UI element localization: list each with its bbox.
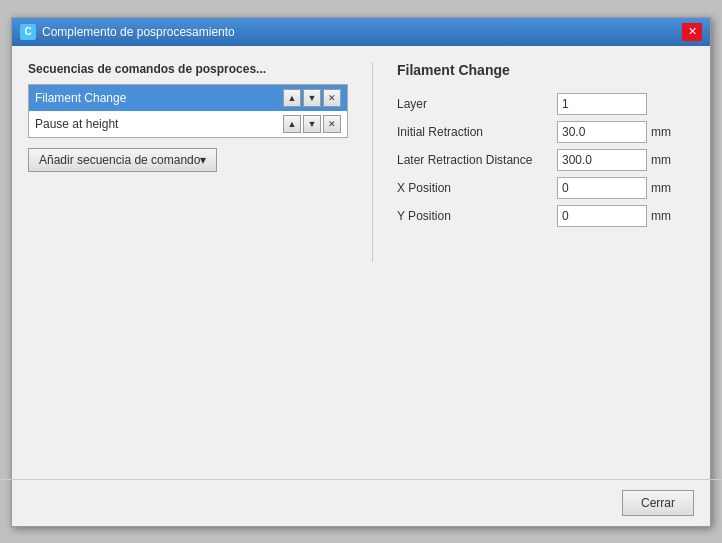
unit-later-retraction: mm <box>651 153 671 167</box>
item-controls-0: ▲ ▼ ✕ <box>283 89 341 107</box>
input-initial-retraction[interactable] <box>557 121 647 143</box>
input-cell-layer <box>557 90 694 118</box>
item-remove-button-0[interactable]: ✕ <box>323 89 341 107</box>
item-down-button-0[interactable]: ▼ <box>303 89 321 107</box>
input-wrapper-later-retraction: mm <box>557 149 694 171</box>
list-item-label: Pause at height <box>35 117 283 131</box>
window-title: Complemento de posprocesamiento <box>42 25 235 39</box>
title-bar: C Complemento de posprocesamiento ✕ <box>12 18 710 46</box>
input-wrapper-y-position: mm <box>557 205 694 227</box>
item-controls-1: ▲ ▼ ✕ <box>283 115 341 133</box>
list-item[interactable]: Filament Change ▲ ▼ ✕ <box>29 85 347 111</box>
right-panel: Filament Change Layer <box>397 62 694 263</box>
add-sequence-button[interactable]: Añadir secuencia de comando▾ <box>28 148 217 172</box>
window-content: Secuencias de comandos de posproces... F… <box>12 46 710 479</box>
form-row-later-retraction: Later Retraction Distance mm <box>397 146 694 174</box>
input-later-retraction[interactable] <box>557 149 647 171</box>
form-row-layer: Layer <box>397 90 694 118</box>
form-row-x-position: X Position mm <box>397 174 694 202</box>
form-row-initial-retraction: Initial Retraction mm <box>397 118 694 146</box>
sequence-list: Filament Change ▲ ▼ ✕ Pause at height ▲ … <box>28 84 348 138</box>
main-area: Secuencias de comandos de posproces... F… <box>28 62 694 263</box>
filament-title: Filament Change <box>397 62 694 78</box>
input-cell-initial-retraction: mm <box>557 118 694 146</box>
main-window: C Complemento de posprocesamiento ✕ Secu… <box>11 17 711 527</box>
app-icon: C <box>20 24 36 40</box>
unit-x-position: mm <box>651 181 671 195</box>
list-item[interactable]: Pause at height ▲ ▼ ✕ <box>29 111 347 137</box>
input-cell-x-position: mm <box>557 174 694 202</box>
input-cell-later-retraction: mm <box>557 146 694 174</box>
item-up-button-0[interactable]: ▲ <box>283 89 301 107</box>
label-later-retraction: Later Retraction Distance <box>397 146 557 174</box>
add-sequence-label: Añadir secuencia de comando▾ <box>39 153 206 167</box>
input-layer[interactable] <box>557 93 647 115</box>
close-button[interactable]: Cerrar <box>622 490 694 516</box>
footer: Cerrar <box>12 480 710 526</box>
list-item-label: Filament Change <box>35 91 283 105</box>
item-down-button-1[interactable]: ▼ <box>303 115 321 133</box>
title-bar-left: C Complemento de posprocesamiento <box>20 24 235 40</box>
input-x-position[interactable] <box>557 177 647 199</box>
item-up-button-1[interactable]: ▲ <box>283 115 301 133</box>
input-y-position[interactable] <box>557 205 647 227</box>
unit-initial-retraction: mm <box>651 125 671 139</box>
input-wrapper-initial-retraction: mm <box>557 121 694 143</box>
unit-y-position: mm <box>651 209 671 223</box>
label-initial-retraction: Initial Retraction <box>397 118 557 146</box>
label-x-position: X Position <box>397 174 557 202</box>
input-cell-y-position: mm <box>557 202 694 230</box>
item-remove-button-1[interactable]: ✕ <box>323 115 341 133</box>
close-window-button[interactable]: ✕ <box>682 23 702 41</box>
input-wrapper-x-position: mm <box>557 177 694 199</box>
form-row-y-position: Y Position mm <box>397 202 694 230</box>
input-wrapper-layer <box>557 93 694 115</box>
panel-separator <box>372 62 373 263</box>
label-layer: Layer <box>397 90 557 118</box>
form-table: Layer Initial Retraction <box>397 90 694 230</box>
section-title: Secuencias de comandos de posproces... <box>28 62 348 76</box>
left-panel: Secuencias de comandos de posproces... F… <box>28 62 348 263</box>
label-y-position: Y Position <box>397 202 557 230</box>
spacer <box>28 262 694 463</box>
